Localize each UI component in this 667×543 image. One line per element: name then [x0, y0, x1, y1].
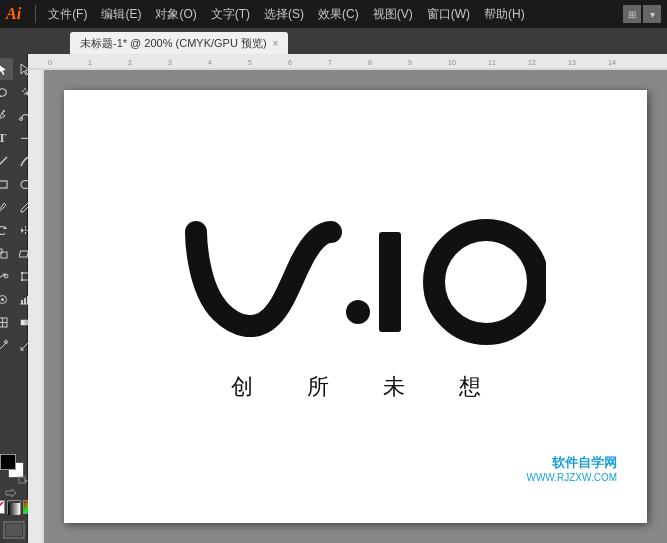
svg-point-38 [4, 340, 7, 343]
svg-text:0: 0 [48, 59, 52, 66]
left-toolbar: T T [0, 54, 28, 543]
watermark-main-text: 软件自学网 [526, 454, 617, 472]
svg-rect-45 [8, 503, 20, 515]
svg-text:8: 8 [368, 59, 372, 66]
svg-rect-26 [21, 279, 23, 281]
svg-marker-17 [21, 228, 24, 233]
svg-point-67 [346, 300, 370, 324]
vaio-logo-container: 创 所 未 想 [166, 212, 546, 402]
title-bar: Ai 文件(F) 编辑(E) 对象(O) 文字(T) 选择(S) 效果(C) 视… [0, 0, 667, 28]
svg-text:5: 5 [248, 59, 252, 66]
svg-text:1: 1 [88, 59, 92, 66]
scale-tool[interactable] [0, 242, 13, 264]
svg-text:14: 14 [608, 59, 616, 66]
main-area: T T [0, 54, 667, 543]
ruler-top: 0 1 2 3 4 5 6 7 8 9 10 11 12 13 14 [28, 54, 667, 70]
svg-text:7: 7 [328, 59, 332, 66]
mesh-tool[interactable] [0, 311, 13, 333]
document-canvas: 创 所 未 想 软件自学网 WWW.RJZXW.COM [64, 90, 647, 523]
swap-fill-stroke-icon[interactable] [4, 485, 24, 497]
menu-effect[interactable]: 效果(C) [312, 4, 365, 25]
svg-rect-13 [0, 181, 7, 188]
svg-text:6: 6 [288, 59, 292, 66]
app-logo: Ai [6, 5, 21, 23]
svg-rect-65 [28, 70, 44, 543]
svg-rect-30 [21, 300, 23, 304]
menu-help[interactable]: 帮助(H) [478, 4, 531, 25]
svg-text:3: 3 [168, 59, 172, 66]
window-controls: ⊞ ▾ [623, 5, 661, 23]
vaio-tagline: 创 所 未 想 [215, 372, 497, 402]
reset-colors-icon[interactable] [18, 472, 28, 482]
tab-title: 未标题-1* @ 200% (CMYK/GPU 预览) [80, 36, 267, 51]
chevron-down-icon[interactable]: ▾ [643, 5, 661, 23]
svg-text:11: 11 [488, 59, 496, 66]
svg-rect-42 [19, 477, 25, 483]
color-swatch-area [0, 454, 28, 482]
svg-rect-21 [19, 251, 28, 257]
rotate-tool[interactable] [0, 219, 13, 241]
svg-point-9 [3, 110, 5, 112]
svg-rect-68 [379, 232, 401, 332]
pen-tool[interactable] [0, 104, 13, 126]
svg-rect-31 [24, 298, 26, 304]
none-color-icon[interactable] [0, 500, 5, 514]
svg-text:2: 2 [128, 59, 132, 66]
svg-marker-0 [0, 64, 6, 75]
svg-text:12: 12 [528, 59, 536, 66]
screen-mode-button[interactable] [3, 521, 25, 539]
svg-line-44 [0, 502, 3, 512]
type-tool[interactable]: T [0, 127, 13, 149]
canvas-area: 0 1 2 3 4 5 6 7 8 9 10 11 12 13 14 [28, 54, 667, 543]
menu-select[interactable]: 选择(S) [258, 4, 310, 25]
document-tab[interactable]: 未标题-1* @ 200% (CMYK/GPU 预览) × [70, 32, 288, 54]
selection-tool[interactable] [0, 58, 13, 80]
lasso-tool[interactable] [0, 81, 13, 103]
title-separator [35, 5, 36, 23]
warp-tool[interactable] [0, 265, 13, 287]
svg-point-29 [1, 298, 4, 301]
line-tool[interactable] [0, 150, 13, 172]
svg-text:10: 10 [448, 59, 456, 66]
menu-bar: 文件(F) 编辑(E) 对象(O) 文字(T) 选择(S) 效果(C) 视图(V… [42, 4, 623, 25]
svg-rect-47 [6, 524, 22, 536]
menu-window[interactable]: 窗口(W) [421, 4, 476, 25]
menu-edit[interactable]: 编辑(E) [95, 4, 147, 25]
symbol-tool[interactable] [0, 288, 13, 310]
paintbrush-tool[interactable] [0, 196, 13, 218]
menu-view[interactable]: 视图(V) [367, 4, 419, 25]
rectangle-tool[interactable] [0, 173, 13, 195]
tab-bar: 未标题-1* @ 200% (CMYK/GPU 预览) × [0, 28, 667, 54]
menu-file[interactable]: 文件(F) [42, 4, 93, 25]
watermark: 软件自学网 WWW.RJZXW.COM [526, 454, 617, 483]
svg-point-69 [434, 230, 538, 334]
eyedropper-tool[interactable] [0, 334, 13, 356]
gradient-color-icon[interactable] [7, 500, 21, 514]
watermark-sub-text: WWW.RJZXW.COM [526, 472, 617, 483]
menu-object[interactable]: 对象(O) [149, 4, 202, 25]
svg-text:13: 13 [568, 59, 576, 66]
svg-text:4: 4 [208, 59, 212, 66]
tab-close-button[interactable]: × [273, 38, 279, 49]
vaio-logo-svg [166, 212, 546, 352]
svg-text:9: 9 [408, 59, 412, 66]
svg-line-12 [0, 157, 7, 166]
fill-color-box[interactable] [0, 454, 16, 470]
panel-toggle-button[interactable]: ⊞ [623, 5, 641, 23]
ruler-left [28, 70, 44, 543]
menu-type[interactable]: 文字(T) [205, 4, 256, 25]
svg-rect-24 [21, 272, 23, 274]
